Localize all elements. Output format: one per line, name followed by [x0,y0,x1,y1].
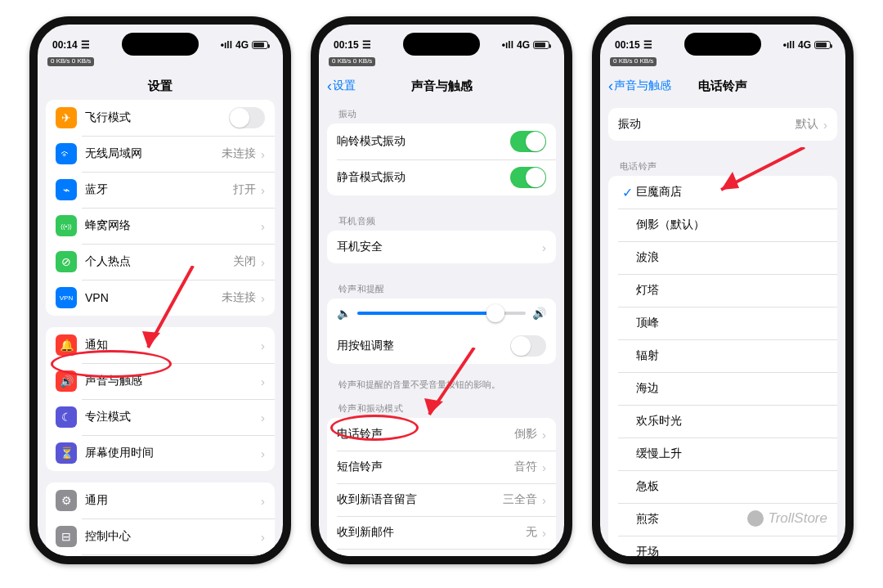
section-header: 振动 [319,100,564,123]
volume-slider[interactable] [357,312,526,315]
dynamic-island [122,33,199,56]
status-time: 00:15 [615,39,640,51]
settings-scroll[interactable]: ✈ 飞行模式 ᯤ 无线局域网 未连接 › ⌁ 蓝牙 打开 › ((•)) 蜂窝网… [38,100,283,556]
phone-2: 00:15 ☰ •ıll 4G 0 KB/s 0 KB/s ‹设置 声音与触感 … [311,16,572,564]
row-sounds-haptics[interactable]: 🔊 声音与触感 › [46,363,275,399]
speaker-icon: 🔊 [56,370,77,392]
toggles-icon: ⊟ [56,526,77,547]
page-title: 声音与触感 [411,79,473,94]
battery-icon [814,41,831,49]
section-header: 铃声和振动模式 [319,394,564,418]
row-airplane-mode[interactable]: ✈ 飞行模式 [46,100,275,136]
ringtone-item[interactable]: 海边 [608,372,837,405]
chevron-right-icon: › [261,375,265,388]
row-sms-tone[interactable]: 短信铃声 音符 › [327,451,556,483]
header: 设置 [38,72,283,100]
chevron-right-icon: › [542,526,546,540]
silent-vibrate-toggle[interactable] [510,167,546,188]
row-phone-ringtone[interactable]: 电话铃声 倒影 › [327,418,556,451]
row-cellular[interactable]: ((•)) 蜂窝网络 › [46,208,275,244]
row-wifi[interactable]: ᯤ 无线局域网 未连接 › [46,136,275,172]
row-hotspot[interactable]: ⊘ 个人热点 关闭 › [46,244,275,280]
hourglass-icon: ⏳ [56,442,77,464]
group-ringer-alerts: 🔈 🔊 用按钮调整 [327,298,556,364]
row-screen-time[interactable]: ⏳ 屏幕使用时间 › [46,435,275,471]
signal-icon: •ıll [783,39,795,51]
row-general[interactable]: ⚙ 通用 › [46,483,275,518]
volume-low-icon: 🔈 [337,307,351,320]
row-notifications[interactable]: 🔔 通知 › [46,327,275,363]
network-label: 4G [235,39,249,51]
chevron-right-icon: › [542,460,546,474]
ringtone-item[interactable]: 波浪 [608,241,837,274]
ring-vibrate-toggle[interactable] [510,131,546,152]
back-button[interactable]: ‹声音与触感 [608,78,671,95]
moon-icon: ☾ [56,406,77,428]
chevron-right-icon: › [542,493,546,507]
ringtone-item[interactable]: 急板 [608,470,837,503]
watermark-logo-icon [747,510,764,527]
battery-icon [252,41,268,49]
cellular-icon: ((•)) [56,215,77,236]
row-focus[interactable]: ☾ 专注模式 › [46,399,275,435]
back-button[interactable]: ‹设置 [327,78,356,95]
change-with-buttons-toggle[interactable] [510,335,546,357]
airplane-icon: ✈ [56,107,77,128]
status-time: 00:15 [334,39,359,51]
sounds-scroll[interactable]: 振动 响铃模式振动 静音模式振动 耳机音频 耳机安全 › 铃声和提醒 🔈 🔊 [319,100,564,556]
row-voicemail-tone[interactable]: 收到新语音留言 三全音 › [327,483,556,516]
ringtone-item[interactable]: 倒影（默认） [608,209,837,241]
header: ‹设置 声音与触感 [319,72,564,100]
airplane-toggle[interactable] [229,107,265,128]
chevron-right-icon: › [261,494,265,508]
speed-badge: 0 KB/s 0 KB/s [329,57,375,66]
chevron-right-icon: › [261,291,265,305]
group-vibration: 振动 默认 › [608,108,837,141]
network-label: 4G [798,39,811,51]
phone-1: 00:14 ☰ •ıll 4G 0 KB/s 0 KB/s 设置 ✈ 飞行模式 … [29,16,291,564]
row-sent-mail-tone[interactable]: 发送邮件 嗖 › [327,549,556,556]
chevron-left-icon: ‹ [327,78,332,95]
chevron-left-icon: ‹ [608,78,613,95]
row-vpn[interactable]: VPN VPN 未连接 › [46,280,275,316]
ringtone-item[interactable]: 顶峰 [608,307,837,339]
row-new-mail-tone[interactable]: 收到新邮件 无 › [327,516,556,549]
row-display-brightness[interactable]: AA 显示与亮度 › [46,554,275,556]
row-bluetooth[interactable]: ⌁ 蓝牙 打开 › [46,172,275,208]
row-vibration[interactable]: 振动 默认 › [608,108,837,141]
row-volume-slider[interactable]: 🔈 🔊 [327,298,556,328]
group-notifications: 🔔 通知 › 🔊 声音与触感 › ☾ 专注模式 › ⏳ 屏幕使用时间 › [46,327,275,471]
chevron-right-icon: › [261,147,265,161]
ringtone-item[interactable]: 开场 [608,536,837,556]
ringtone-item[interactable]: 缓慢上升 [608,438,837,470]
speed-badge: 0 KB/s 0 KB/s [47,57,94,66]
ringtone-item[interactable]: 灯塔 [608,274,837,307]
section-header: 铃声和提醒 [319,275,564,298]
row-control-center[interactable]: ⊟ 控制中心 › [46,518,275,554]
page-title: 设置 [148,79,173,94]
ringtone-item[interactable]: ✓ 巨魔商店 [608,176,837,209]
ringtone-item[interactable]: 辐射 [608,339,837,372]
chevron-right-icon: › [261,183,265,197]
dynamic-island [403,33,480,56]
wifi-icon: ᯤ [56,143,77,164]
row-headphone-safety[interactable]: 耳机安全 › [327,231,556,263]
row-change-with-buttons[interactable]: 用按钮调整 [327,328,556,364]
bluetooth-icon: ⌁ [56,179,77,200]
chevron-right-icon: › [542,240,546,254]
ringtone-item[interactable]: 欢乐时光 [608,405,837,438]
group-general: ⚙ 通用 › ⊟ 控制中心 › AA 显示与亮度 › ▦ 主屏幕 › [46,483,275,556]
row-ring-vibrate[interactable]: 响铃模式振动 [327,123,556,159]
ringtone-scroll[interactable]: 振动 默认 › 电话铃声 ✓ 巨魔商店 倒影（默认） 波浪 灯塔 顶峰 辐射 海… [600,100,845,556]
section-header: 耳机音频 [319,207,564,231]
row-silent-vibrate[interactable]: 静音模式振动 [327,159,556,195]
page-title: 电话铃声 [698,79,747,94]
chevron-right-icon: › [542,428,546,442]
status-time: 00:14 [52,39,78,51]
dynamic-island [684,33,761,56]
chevron-right-icon: › [261,530,265,544]
watermark: TrollStore [747,510,827,527]
gear-icon: ⚙ [56,490,77,511]
signal-icon: •ıll [502,39,513,51]
bell-icon: 🔔 [56,334,77,356]
